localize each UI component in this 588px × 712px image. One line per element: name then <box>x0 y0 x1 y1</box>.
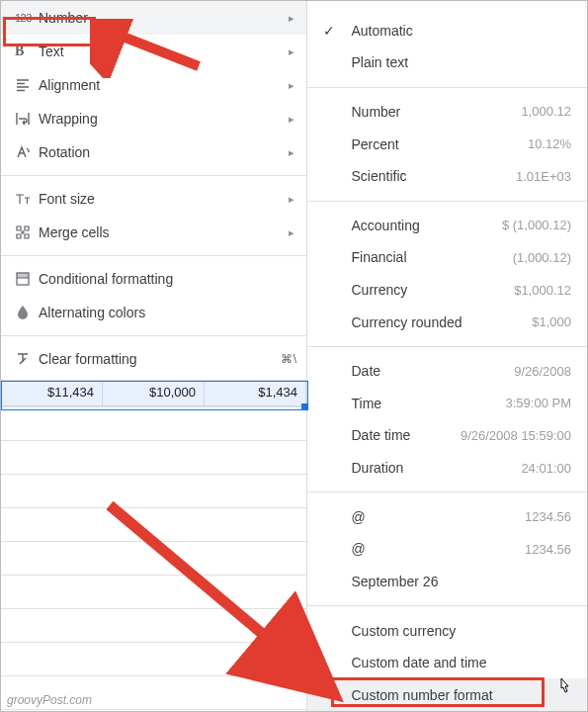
menu-label: Conditional formatting <box>39 271 296 287</box>
format-scientific[interactable]: Scientific 1.01E+03 <box>307 160 587 193</box>
format-label: Percent <box>351 136 527 152</box>
format-number[interactable]: Number 1,000.12 <box>307 96 587 129</box>
format-currency[interactable]: Currency $1,000.12 <box>307 274 587 307</box>
selected-row[interactable]: $11,434 $10,000 $1,434 <box>1 381 306 406</box>
number-format-submenu: Automatic Plain text Number 1,000.12 Per… <box>307 1 587 711</box>
menu-rotation[interactable]: Rotation <box>1 135 306 169</box>
format-example: 1.01E+03 <box>516 169 571 184</box>
format-custom-number[interactable]: Custom number format <box>307 678 587 711</box>
format-label: Currency <box>351 282 514 298</box>
format-label: Number <box>351 104 521 120</box>
menu-label: Alignment <box>39 77 296 93</box>
cursor-icon <box>555 677 573 701</box>
clear-format-icon <box>15 351 39 367</box>
alternating-colors-icon <box>15 305 39 320</box>
menu-label: Text <box>39 44 296 59</box>
menu-wrapping[interactable]: Wrapping <box>1 102 306 135</box>
menu-font-size[interactable]: Font size <box>1 182 306 216</box>
menu-clear-formatting[interactable]: Clear formatting ⌘\ <box>1 342 306 376</box>
menu-label: Rotation <box>39 144 296 160</box>
format-example: 9/26/2008 15:59:00 <box>461 428 571 443</box>
format-accounting[interactable]: Accounting $ (1,000.12) <box>307 209 587 241</box>
format-time[interactable]: Time 3:59:00 PM <box>307 388 587 420</box>
format-date-time[interactable]: Date time 9/26/2008 15:59:00 <box>307 419 587 452</box>
format-label: Plain text <box>351 54 571 70</box>
format-label: Custom date and time <box>351 655 571 670</box>
menu-text[interactable]: B Text <box>1 35 306 68</box>
format-example: 24:01:00 <box>521 461 571 476</box>
menu-shortcut: ⌘\ <box>281 352 296 366</box>
format-example: 3:59:00 PM <box>506 396 572 410</box>
menu-label: Wrapping <box>39 111 296 127</box>
format-label: Scientific <box>351 168 515 184</box>
format-duration[interactable]: Duration 24:01:00 <box>307 452 587 485</box>
format-example: $1,000.12 <box>514 283 571 298</box>
watermark: groovyPost.com <box>7 693 92 707</box>
submenu-separator <box>307 605 587 606</box>
number-123-icon: 123 <box>15 12 39 24</box>
cell[interactable]: $1,434 <box>205 381 306 406</box>
format-example: $1,000 <box>532 314 571 329</box>
menu-conditional-formatting[interactable]: Conditional formatting <box>1 262 306 296</box>
format-custom-date-time[interactable]: Custom date and time <box>307 647 587 679</box>
format-at-1[interactable]: @ 1234.56 <box>307 500 587 533</box>
format-label: September 26 <box>351 574 571 589</box>
conditional-format-icon <box>15 271 39 287</box>
format-label: Date <box>351 363 514 379</box>
format-example: (1,000.12) <box>513 250 571 265</box>
align-icon <box>15 77 39 93</box>
format-label: Financial <box>351 249 512 265</box>
svg-rect-1 <box>17 273 29 278</box>
submenu-separator <box>307 491 587 492</box>
format-example: $ (1,000.12) <box>502 218 571 232</box>
menu-alignment[interactable]: Alignment <box>1 68 306 102</box>
format-example: 1234.56 <box>525 542 571 557</box>
format-automatic[interactable]: Automatic <box>307 14 587 46</box>
submenu-separator <box>307 87 587 88</box>
format-label: Duration <box>351 460 521 476</box>
cell[interactable]: $10,000 <box>103 381 205 406</box>
format-label: @ <box>351 509 525 525</box>
format-example: 1,000.12 <box>521 104 571 119</box>
menu-label: Merge cells <box>39 224 296 240</box>
format-menu: 123 Number B Text Alignment Wrapping Rot… <box>1 1 307 711</box>
menu-label: Clear formatting <box>39 351 281 367</box>
format-date[interactable]: Date 9/26/2008 <box>307 355 587 388</box>
format-custom-currency[interactable]: Custom currency <box>307 614 587 647</box>
spreadsheet-area: $11,434 $10,000 $1,434 <box>1 381 306 711</box>
format-plain-text[interactable]: Plain text <box>307 46 587 79</box>
format-financial[interactable]: Financial (1,000.12) <box>307 241 587 274</box>
format-label: Date time <box>351 427 460 443</box>
format-label: Custom currency <box>351 623 571 639</box>
format-label: Currency rounded <box>351 314 532 330</box>
bold-icon: B <box>15 44 39 59</box>
menu-separator <box>1 175 306 176</box>
format-label: Automatic <box>351 23 571 39</box>
format-label: Accounting <box>351 218 501 233</box>
format-currency-rounded[interactable]: Currency rounded $1,000 <box>307 306 587 338</box>
submenu-separator <box>307 346 587 347</box>
menu-separator <box>1 255 306 256</box>
rotation-icon <box>15 144 39 160</box>
format-at-2[interactable]: @ 1234.56 <box>307 533 587 566</box>
menu-label: Alternating colors <box>39 305 296 320</box>
font-size-icon <box>15 191 39 207</box>
merge-icon <box>15 224 39 240</box>
menu-label: Font size <box>39 191 296 207</box>
grid-rows <box>1 406 306 712</box>
format-label: Time <box>351 396 505 411</box>
format-example: 9/26/2008 <box>514 364 571 379</box>
format-label: Custom number format <box>351 687 571 703</box>
menu-number[interactable]: 123 Number <box>1 1 306 35</box>
format-example: 10.12% <box>528 136 571 151</box>
cell[interactable]: $11,434 <box>1 381 103 406</box>
menu-label: Number <box>39 10 296 26</box>
format-percent[interactable]: Percent 10.12% <box>307 128 587 160</box>
menu-alternating-colors[interactable]: Alternating colors <box>1 296 306 329</box>
format-sep-26[interactable]: September 26 <box>307 566 587 598</box>
format-example: 1234.56 <box>525 509 571 524</box>
submenu-separator <box>307 201 587 202</box>
format-label: @ <box>351 541 525 557</box>
menu-merge-cells[interactable]: Merge cells <box>1 216 306 249</box>
menu-separator <box>1 335 306 336</box>
